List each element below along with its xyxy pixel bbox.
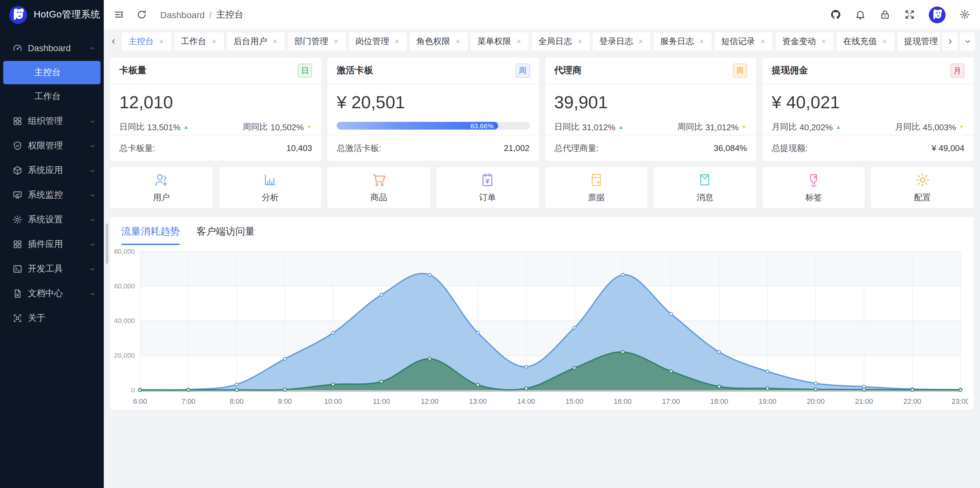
svg-text:60,000: 60,000 [114,282,135,290]
sidebar-item-系统应用[interactable]: 系统应用 [0,158,104,183]
tag-icon [805,172,822,188]
sidebar-item-权限管理[interactable]: 权限管理 [0,133,104,158]
sidebar-item-Dashboard[interactable]: Dashboard [0,36,104,60]
koala-logo-icon [8,5,28,24]
sidebar-item-组织管理[interactable]: 组织管理 [0,109,104,133]
mail-icon [697,172,713,188]
chart-tabs: 流量消耗趋势客户端访问量 [110,217,974,245]
card-title: 代理商 [554,65,581,76]
svg-text:18:00: 18:00 [710,397,728,406]
tabs-scroll-left-button[interactable] [107,32,120,51]
tab-在线充值[interactable]: 在线充值 [837,32,894,51]
shortcut-消息[interactable]: 消息 [654,167,756,208]
sidebar-item-系统设置[interactable]: 系统设置 [0,208,104,232]
tab-后台用户[interactable]: 后台用户 [227,32,285,51]
metric-day: 日同比31,012% ▲ [554,121,624,133]
card-title: 提现佣金 [772,65,808,76]
sidebar-item-文档中心[interactable]: 文档中心 [0,281,104,306]
tab-菜单权限[interactable]: 菜单权限 [471,32,528,51]
gear-icon [959,9,970,20]
shortcut-用户[interactable]: 用户 [110,167,212,208]
shortcut-标签[interactable]: 标签 [763,167,865,208]
sidebar-subitem-主控台[interactable]: 主控台 [3,61,100,84]
sidebar-item-开发工具[interactable]: 开发工具 [0,257,104,281]
close-icon [821,38,827,45]
chevron-down-icon [89,241,96,248]
scrollbar-thumb[interactable] [106,223,108,264]
sidebar-item-关于[interactable]: 关于 [0,306,104,331]
footer-label: 总激活卡板: [337,142,381,154]
sidebar-item-系统监控[interactable]: 系统监控 [0,183,104,208]
shortcut-票据[interactable]: 票据 [545,167,647,208]
svg-text:14:00: 14:00 [517,397,535,406]
close-icon [698,38,705,45]
shield-icon [12,141,23,151]
metric-week: 周同比31,012% ▼ [678,121,747,133]
card-title: 激活卡板 [337,65,373,76]
reload-button[interactable] [136,9,147,20]
svg-text:12:00: 12:00 [421,397,438,406]
svg-text:19:00: 19:00 [759,397,776,406]
chart-tab-流量消耗趋势[interactable]: 流量消耗趋势 [121,225,180,245]
stat-cards-row: 卡板量 日 12,010 日同比13,501% ▲ 周同比10,502% [104,54,980,161]
sidebar-subitem-工作台[interactable]: 工作台 [3,85,100,108]
tabs-scroll-right-button[interactable] [942,32,957,51]
cart-icon [371,172,387,188]
tab-工作台[interactable]: 工作台 [175,32,224,51]
chevron-right-icon [946,38,954,45]
chevron-down-icon [89,167,96,174]
tab-资金变动[interactable]: 资金变动 [776,32,834,51]
tab-主控台[interactable]: 主控台 [122,32,171,51]
trend-icon: ▼ [959,124,964,130]
period-badge-week: 周 [515,63,530,78]
avatar[interactable] [929,6,946,23]
fullscreen-button[interactable] [904,9,915,20]
order-icon [479,172,495,188]
tab-全局日志[interactable]: 全局日志 [532,32,590,51]
shortcut-配置[interactable]: 配置 [871,167,974,208]
tab-短信记录[interactable]: 短信记录 [715,32,772,51]
svg-text:9:00: 9:00 [278,397,292,406]
collapse-sidebar-button[interactable] [113,9,124,20]
svg-text:40,000: 40,000 [114,317,135,324]
sidebar-item-插件应用[interactable]: 插件应用 [0,232,104,257]
chevron-down-icon [89,265,96,273]
tab-岗位管理[interactable]: 岗位管理 [349,32,407,51]
metric-month-2: 月同比45,003% ▼ [895,121,965,133]
close-icon [333,38,339,45]
chart-tab-客户端访问量[interactable]: 客户端访问量 [197,225,255,245]
github-button[interactable] [830,9,841,20]
stat-value: ¥ 40,021 [772,93,965,113]
close-icon [515,38,522,45]
lock-screen-button[interactable] [880,9,891,20]
tab-角色权限[interactable]: 角色权限 [410,32,468,51]
notifications-button[interactable] [855,9,866,20]
breadcrumb-root[interactable]: Dashboard [160,10,205,20]
close-icon [211,38,217,45]
svg-text:0: 0 [131,386,135,394]
tab-部门管理[interactable]: 部门管理 [288,32,346,51]
shortcut-商品[interactable]: 商品 [328,167,430,208]
stat-card-activated-cards: 激活卡板 周 ¥ 20,501 83.66% 总激活卡板: 21,002 [328,58,539,161]
tab-登录日志[interactable]: 登录日志 [593,32,651,51]
breadcrumb: Dashboard / 主控台 [160,9,243,21]
chevron-down-icon [89,290,96,297]
tag-icon [805,172,822,188]
shortcut-分析[interactable]: 分析 [219,167,321,208]
card-title: 卡板量 [119,65,146,76]
stat-card-card-volume: 卡板量 日 12,010 日同比13,501% ▲ 周同比10,502% [110,58,321,161]
svg-text:13:00: 13:00 [469,397,487,406]
grid-icon [12,116,23,127]
app-logo[interactable]: HotGo管理系统 [0,0,104,29]
stat-card-withdraw-commission: 提现佣金 月 ¥ 40,021 月同比40,202% ▲ 月同比45,003% [763,58,974,161]
tabs-dropdown-button[interactable] [960,32,975,51]
settings-button[interactable] [959,9,970,20]
tab-服务日志[interactable]: 服务日志 [654,32,711,51]
period-badge-month: 月 [950,63,964,78]
dashboard-content: 卡板量 日 12,010 日同比13,501% ▲ 周同比10,502% [104,54,980,488]
close-icon [455,38,461,45]
trend-icon: ▲ [183,124,189,130]
shortcut-订单[interactable]: 订单 [436,167,539,208]
svg-text:21:00: 21:00 [855,397,873,406]
tab-提现管理[interactable]: 提现管理 [897,32,940,51]
